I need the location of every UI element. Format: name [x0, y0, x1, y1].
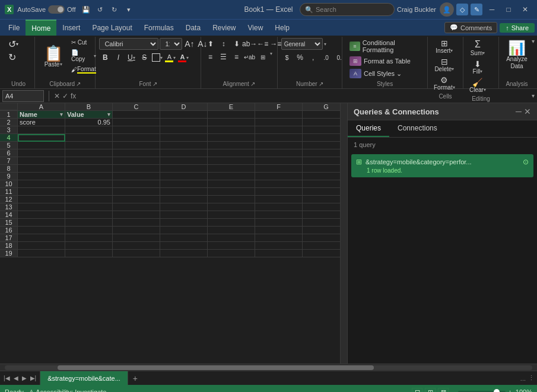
cell-g5[interactable]: [303, 142, 340, 149]
search-box[interactable]: 🔍 Search: [300, 3, 395, 16]
menu-formulas[interactable]: Formulas: [138, 20, 180, 36]
align-top-button[interactable]: ⬆: [205, 38, 217, 50]
query-item[interactable]: ⊞ &strategy=mobile&category=perfor... ⊙ …: [351, 154, 533, 177]
bold-button[interactable]: B: [99, 52, 111, 63]
cell-a5[interactable]: [18, 142, 65, 149]
menu-view[interactable]: View: [242, 20, 269, 36]
italic-button[interactable]: I: [112, 52, 124, 63]
row-num-13[interactable]: 13: [0, 203, 18, 211]
cell-styles-button[interactable]: A Cell Styles ⌄: [346, 68, 424, 79]
fill-color-button[interactable]: A ▾: [164, 52, 176, 63]
cell-c3[interactable]: [113, 126, 160, 134]
active-sheet-tab[interactable]: &strategy=mobile&cate...: [40, 371, 128, 385]
col-header-b[interactable]: B: [65, 103, 113, 110]
cell-b4[interactable]: [65, 134, 113, 142]
formula-input[interactable]: [78, 92, 532, 100]
sheet-nav-prev[interactable]: ◀: [12, 374, 20, 383]
autosave-toggle[interactable]: [48, 5, 65, 14]
cell-d3[interactable]: [160, 126, 208, 134]
cell-e2[interactable]: [208, 119, 255, 126]
redo-button[interactable]: ↻: [6, 51, 21, 63]
formula-expand-button[interactable]: ▾: [532, 93, 535, 99]
clear-button[interactable]: 🧹 Clear ▾: [467, 77, 488, 94]
menu-data[interactable]: Data: [180, 20, 206, 36]
col-header-e[interactable]: E: [208, 103, 255, 110]
clipboard-expand-icon[interactable]: ↗: [76, 81, 81, 87]
cell-f4[interactable]: [255, 134, 303, 142]
zoom-out-button[interactable]: –: [452, 388, 456, 392]
paste-button[interactable]: 📋 Paste ▾: [39, 38, 68, 75]
row-num-3[interactable]: 3: [0, 126, 18, 134]
cell-b1[interactable]: Value ▾: [65, 111, 113, 119]
sheet-nav-first[interactable]: |◀: [2, 374, 11, 383]
font-expand-icon[interactable]: ↗: [152, 81, 157, 87]
cell-b3[interactable]: [65, 126, 113, 134]
cell-g2[interactable]: [303, 119, 340, 126]
minimize-button[interactable]: ─: [485, 4, 499, 15]
tab-connections[interactable]: Connections: [389, 120, 446, 137]
row-num-19[interactable]: 19: [0, 250, 18, 257]
format-painter-button[interactable]: 🖌 Format: [69, 65, 98, 75]
cell-f3[interactable]: [255, 126, 303, 134]
text-orient-button[interactable]: ab→: [244, 38, 256, 50]
filter-icon-a1[interactable]: ▾: [60, 111, 63, 117]
page-layout-view-button[interactable]: ⊞: [425, 388, 436, 392]
cell-d4[interactable]: [160, 134, 208, 142]
align-middle-button[interactable]: ↕: [218, 38, 230, 50]
share-button[interactable]: ↑ Share: [500, 23, 535, 33]
wrap-text-button[interactable]: ↵ab: [244, 51, 256, 63]
cell-g4[interactable]: [303, 134, 340, 142]
undo-quick-icon[interactable]: ↺: [94, 3, 107, 16]
pen-icon[interactable]: ✎: [471, 4, 482, 15]
row-num-12[interactable]: 12: [0, 196, 18, 203]
menu-insert[interactable]: Insert: [56, 20, 86, 36]
col-header-c[interactable]: C: [113, 103, 160, 110]
cell-g3[interactable]: [303, 126, 340, 134]
row-num-5[interactable]: 5: [0, 142, 18, 149]
cell-c4[interactable]: [113, 134, 160, 142]
copy-button[interactable]: 📄 Copy ▾: [69, 48, 98, 63]
col-header-g[interactable]: G: [303, 103, 340, 110]
percent-button[interactable]: %: [294, 52, 306, 63]
cell-a4[interactable]: [18, 134, 65, 142]
vertical-scrollbar[interactable]: [340, 103, 347, 364]
cell-d2[interactable]: [160, 119, 208, 126]
row-num-10[interactable]: 10: [0, 180, 18, 188]
row-num-11[interactable]: 11: [0, 188, 18, 196]
comma-button[interactable]: ,: [307, 52, 319, 63]
formula-confirm-icon[interactable]: ✓: [62, 92, 68, 100]
panel-close-button[interactable]: ✕: [524, 107, 531, 116]
fill-button[interactable]: ⬇ Fill ▾: [468, 59, 487, 76]
menu-pagelayout[interactable]: Page Layout: [86, 20, 138, 36]
merge-dd[interactable]: ▾: [270, 51, 272, 63]
number-expand-icon[interactable]: ↗: [319, 81, 323, 87]
col-header-d[interactable]: D: [160, 103, 208, 110]
save-icon[interactable]: 💾: [80, 3, 93, 16]
cell-a2[interactable]: score: [18, 119, 65, 126]
menu-review[interactable]: Review: [206, 20, 242, 36]
cell-b5[interactable]: [65, 142, 113, 149]
row-num-16[interactable]: 16: [0, 227, 18, 234]
row-num-7[interactable]: 7: [0, 157, 18, 165]
strikethrough-button[interactable]: S: [138, 52, 150, 63]
autosum-button[interactable]: Σ Sum ▾: [468, 38, 488, 58]
underline-button[interactable]: U▾: [125, 52, 137, 63]
font-color-button[interactable]: A ▾: [177, 52, 189, 63]
comments-button[interactable]: 💬 Comments: [444, 22, 497, 33]
cell-e4[interactable]: [208, 134, 255, 142]
number-format-select[interactable]: General: [281, 38, 323, 50]
cell-g1[interactable]: [303, 111, 340, 119]
row-num-6[interactable]: 6: [0, 149, 18, 157]
col-header-f[interactable]: F: [255, 103, 303, 110]
cell-e5[interactable]: [208, 142, 255, 149]
cell-f1[interactable]: [255, 111, 303, 119]
tab-queries[interactable]: Queries: [348, 120, 389, 137]
delete-cells-button[interactable]: ⊟ Delete ▾: [432, 56, 456, 74]
borders-button[interactable]: ▾: [151, 52, 163, 63]
diamond-icon[interactable]: ◇: [456, 4, 468, 15]
row-num-1[interactable]: 1: [0, 111, 18, 119]
insert-cells-button[interactable]: ⊞ Insert ▾: [433, 38, 455, 55]
cell-f2[interactable]: [255, 119, 303, 126]
query-action-icon[interactable]: ⊙: [523, 158, 529, 166]
page-break-view-button[interactable]: ⊠: [438, 388, 449, 392]
